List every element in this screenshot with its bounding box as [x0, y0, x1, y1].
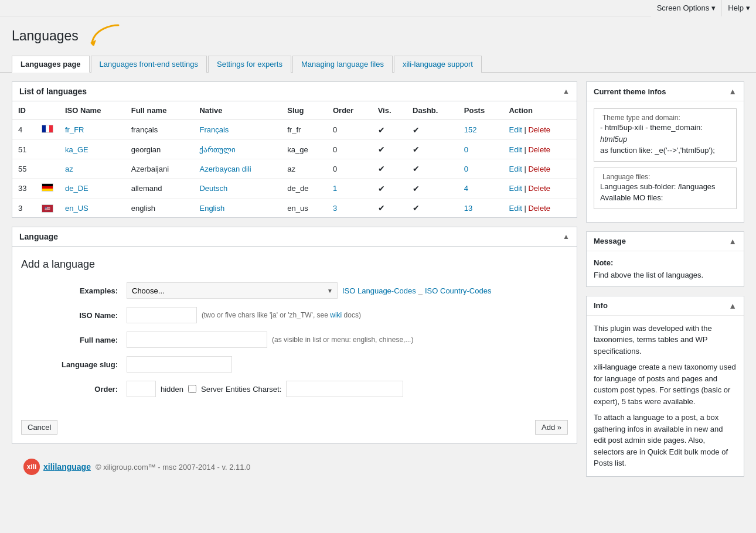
current-theme-panel: Current theme infos ▲ Theme type and dom…	[586, 81, 744, 223]
brand-link[interactable]: xililanguage	[43, 462, 91, 472]
tab-managing-files[interactable]: Managing language files	[292, 56, 393, 73]
tab-frontend-settings[interactable]: Languages front-end settings	[91, 56, 207, 73]
col-header-posts: Posts	[458, 101, 503, 120]
cell-posts: 13	[458, 199, 503, 218]
flag-fr-icon	[42, 125, 53, 133]
examples-select[interactable]: Choose...	[127, 282, 338, 299]
theme-domain-content: - html5up-xili - theme_domain: html5up a…	[600, 122, 730, 156]
native-link[interactable]: English	[199, 204, 224, 213]
info-panel-header: Info ▲	[587, 296, 744, 316]
full-name-hint: (as visible in list or menu: english, ch…	[272, 336, 413, 344]
table-row: 33 de_DE allemand Deutsch de_de 1 ✔ ✔ 4 …	[12, 179, 577, 199]
native-link[interactable]: Deutsch	[199, 184, 227, 193]
full-name-label: Full name:	[21, 336, 127, 344]
col-header-native: Native	[193, 101, 281, 120]
full-name-input[interactable]	[127, 332, 267, 348]
cell-flag: 🇺🇸	[36, 199, 59, 218]
message-panel-title: Message	[594, 237, 626, 245]
table-row: 4 fr_FR français Français fr_fr 0 ✔ ✔ 15…	[12, 120, 577, 140]
tab-languages-page[interactable]: Languages page	[12, 56, 90, 73]
table-row: 55 az Azerbaijani Azerbaycan dili az 0 ✔…	[12, 159, 577, 179]
cell-full: français	[125, 120, 194, 140]
edit-link[interactable]: Edit	[509, 145, 522, 154]
wiki-link[interactable]: wiki	[330, 311, 342, 319]
examples-label: Examples:	[21, 286, 127, 295]
cell-action: Edit | Delete	[503, 159, 577, 179]
tab-settings-experts[interactable]: Settings for experts	[208, 56, 291, 73]
message-panel-collapse[interactable]: ▲	[728, 237, 737, 246]
add-language-panel: Language ▲ Add a language Examples: Choo…	[12, 227, 577, 444]
slug-input[interactable]	[127, 356, 232, 373]
edit-link[interactable]: Edit	[509, 204, 522, 213]
arrow-annotation	[89, 22, 124, 49]
cell-vis: ✔	[372, 179, 407, 199]
cell-slug: ka_ge	[281, 140, 327, 159]
info-panel: Info ▲ This plugin was developed with th…	[586, 296, 744, 477]
cancel-button[interactable]: Cancel	[21, 420, 57, 435]
order-row: Order: hidden Server Entities Charset:	[21, 381, 568, 397]
add-language-panel-title: Language	[19, 232, 58, 241]
posts-link[interactable]: 152	[464, 125, 477, 134]
hidden-checkbox[interactable]	[188, 385, 196, 393]
lang-files-content: Languages sub-folder: /languages Availab…	[600, 181, 730, 204]
cell-iso: ka_GE	[59, 140, 125, 159]
brand-bold-text: language	[55, 462, 90, 472]
native-link[interactable]: Français	[199, 125, 229, 134]
col-header-action: Action	[503, 101, 577, 120]
edit-link[interactable]: Edit	[509, 165, 522, 173]
iso-language-codes-link[interactable]: ISO Language-Codes	[342, 286, 416, 295]
col-header-iso: ISO Name	[59, 101, 125, 120]
cell-full: georgian	[125, 140, 194, 159]
cell-slug: fr_fr	[281, 120, 327, 140]
tab-xili-support[interactable]: xili-language support	[394, 56, 482, 73]
lang-files-fieldset: Language files: Languages sub-folder: /l…	[594, 168, 737, 209]
posts-link[interactable]: 13	[464, 204, 472, 213]
order-input[interactable]	[127, 381, 156, 397]
iso-country-codes-link[interactable]: ISO Country-Codes	[425, 286, 491, 295]
top-bar: Screen Options ▾ Help ▾	[0, 0, 756, 16]
edit-link[interactable]: Edit	[509, 184, 522, 193]
screen-options-button[interactable]: Screen Options ▾	[651, 0, 722, 16]
col-header-flag	[36, 101, 59, 120]
delete-link[interactable]: Delete	[528, 145, 550, 154]
current-theme-collapse[interactable]: ▲	[728, 87, 737, 96]
add-button[interactable]: Add »	[535, 420, 568, 435]
iso-name-row: ISO Name: (two or five chars like 'ja' o…	[21, 307, 568, 323]
delete-link[interactable]: Delete	[528, 165, 550, 173]
order-label: Order:	[21, 385, 127, 394]
message-note: Note:	[594, 258, 737, 267]
posts-link[interactable]: 4	[464, 184, 468, 193]
info-panel-collapse[interactable]: ▲	[728, 301, 737, 310]
order-control: hidden Server Entities Charset:	[127, 381, 403, 397]
delete-link[interactable]: Delete	[528, 184, 550, 193]
posts-link[interactable]: 0	[464, 165, 468, 173]
native-link[interactable]: Azerbaycan dili	[199, 165, 251, 173]
content-area: List of languages ▲ ID ISO Name Full nam…	[12, 81, 577, 481]
help-button[interactable]: Help ▾	[722, 0, 756, 16]
cell-order: 0	[327, 159, 372, 179]
server-charset-input[interactable]	[286, 381, 403, 397]
languages-panel-collapse[interactable]: ▲	[563, 87, 570, 95]
cell-slug: az	[281, 159, 327, 179]
delete-link[interactable]: Delete	[528, 125, 550, 134]
screen-options-arrow: ▾	[711, 4, 716, 12]
edit-link[interactable]: Edit	[509, 125, 522, 134]
languages-panel-body: ID ISO Name Full name Native Slug Order …	[12, 101, 577, 217]
page-title: Languages	[12, 22, 744, 49]
cell-order: 0	[327, 140, 372, 159]
col-header-dashb: Dashb.	[407, 101, 458, 120]
add-language-panel-collapse[interactable]: ▲	[563, 233, 570, 241]
iso-name-input[interactable]	[127, 307, 197, 323]
cell-id: 3	[12, 199, 36, 218]
cell-id: 4	[12, 120, 36, 140]
iso-name-label: ISO Name:	[21, 311, 127, 320]
page-footer: xili xililanguage © xiligroup.com™ - msc…	[12, 453, 577, 481]
cell-vis: ✔	[372, 159, 407, 179]
cell-dashb: ✔	[407, 199, 458, 218]
posts-link[interactable]: 0	[464, 145, 468, 154]
native-link[interactable]: ქართული	[199, 145, 236, 154]
footer-copyright: © xiligroup.com™ - msc 2007-2014 - v. 2.…	[96, 463, 250, 472]
hidden-label: hidden	[161, 385, 183, 394]
delete-link[interactable]: Delete	[528, 204, 550, 213]
cell-posts: 0	[458, 140, 503, 159]
